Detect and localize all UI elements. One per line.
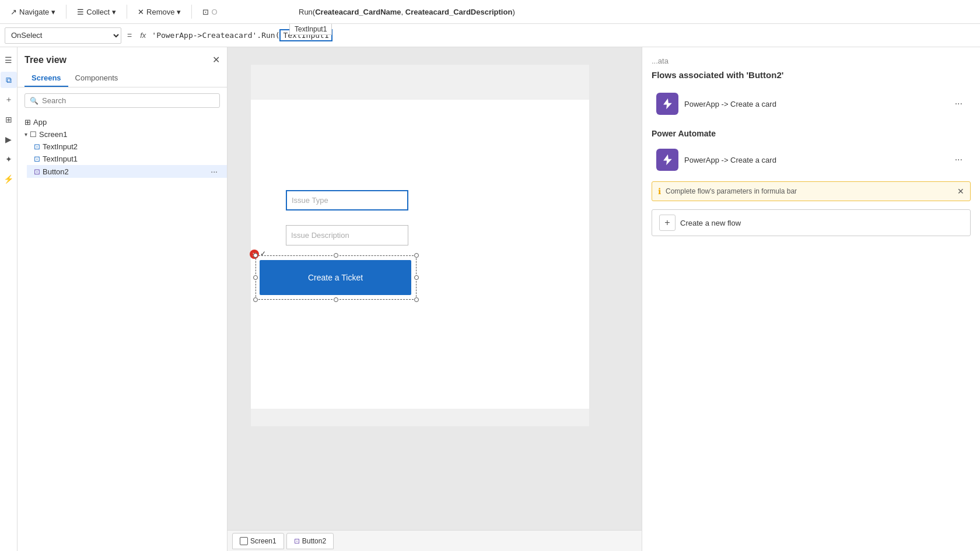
toolbar-extra-icon: ⊡ [202, 8, 209, 16]
power-automate-icon: ⚡ [4, 174, 13, 184]
remove-button[interactable]: ✕ Remove ▾ [132, 2, 187, 21]
canvas-white: Issue Type Issue Description Create a Ti… [251, 100, 589, 409]
screen1-icon: ☐ [30, 130, 37, 139]
button2-more-button[interactable]: ··· [208, 167, 220, 176]
main-layout: ☰ ⧉ ＋ ⊞ ▶ ✦ ⚡ Tree view ✕ Screens Compon… [0, 47, 980, 551]
fn-param-sep: , [401, 8, 405, 16]
navigate-chevron-icon: ▾ [51, 8, 55, 16]
warning-icon: ℹ [658, 187, 661, 196]
screen1-tab-icon [240, 537, 248, 545]
fn-tooltip: Run(Createacard_CardName, Createacard_Ca… [292, 0, 522, 24]
data-icon: ⊞ [5, 115, 12, 124]
tab-screens[interactable]: Screens [24, 70, 68, 87]
create-new-flow-button[interactable]: + Create a new flow [652, 209, 971, 236]
flow2-more-button[interactable]: ··· [951, 153, 966, 166]
textinput2-label: TextInput2 [43, 142, 78, 151]
textinput1-placeholder: Issue Type [292, 196, 328, 205]
tree-search-box[interactable]: 🔍 [24, 93, 220, 108]
flow2-name: PowerApp -> Create a card [684, 156, 946, 164]
textinput1-icon: ⊡ [34, 155, 40, 163]
ai-icon: ✦ [5, 155, 12, 164]
collect-label: Collect [86, 8, 110, 16]
handle-bot-right[interactable] [414, 297, 419, 302]
handle-top-left[interactable] [253, 253, 258, 258]
handle-bot-center[interactable] [334, 297, 338, 302]
flow1-more-button[interactable]: ··· [951, 97, 966, 110]
textinput2-placeholder: Issue Description [291, 231, 349, 240]
media-icon: ▶ [5, 135, 12, 144]
sidebar-layers-icon-btn[interactable]: ⧉ [1, 72, 17, 88]
screen1-label: Screen1 [39, 130, 67, 139]
button2-tab-icon: ⊡ [294, 537, 300, 545]
toolbar: ↗ Navigate ▾ ☰ Collect ▾ ✕ Remove ▾ ⊡ O … [0, 0, 980, 24]
sidebar-pa-icon-btn[interactable]: ⚡ [1, 171, 17, 187]
handle-top-right[interactable] [414, 253, 419, 258]
handle-bot-left[interactable] [253, 297, 258, 302]
navigate-button[interactable]: ↗ Navigate ▾ [5, 2, 61, 21]
collect-icon: ☰ [77, 8, 84, 16]
separator1 [66, 5, 66, 19]
tab-components[interactable]: Components [68, 70, 125, 87]
create-flow-label: Create a new flow [680, 219, 741, 227]
formula-input[interactable]: 'PowerApp->Createacard'.Run(TextInput1 [152, 29, 975, 41]
search-input[interactable] [42, 96, 215, 105]
toolbar-extra-label: O [211, 8, 217, 16]
canvas-tab-button2-label: Button2 [302, 537, 326, 545]
tree-header: Tree view ✕ [18, 47, 227, 70]
flow1-pa-icon [661, 97, 674, 110]
tree-item-screen1[interactable]: ▾ ☐ Screen1 [18, 128, 227, 141]
handle-mid-left[interactable] [253, 275, 258, 280]
canvas-textinput2[interactable]: Issue Description [286, 225, 408, 245]
property-select[interactable]: OnSelect [5, 27, 121, 44]
canvas-area: Issue Type Issue Description Create a Ti… [228, 47, 642, 551]
canvas-textinput1[interactable]: Issue Type [286, 190, 408, 210]
sidebar-data-icon-btn[interactable]: ⊞ [1, 111, 17, 128]
tree-item-button2[interactable]: ⊡ Button2 ··· [27, 165, 227, 178]
fn-tooltip-text: Run(Createacard_CardName, Createacard_Ca… [299, 8, 515, 16]
tree-item-textinput2[interactable]: ⊡ TextInput2 [27, 141, 227, 153]
warning-close-button[interactable]: ✕ [957, 187, 964, 196]
tree-title: Tree view [24, 55, 66, 65]
canvas-tab-button2[interactable]: ⊡ Button2 [286, 533, 334, 549]
textinput1-label: TextInput1 [43, 155, 78, 163]
remove-label: Remove [146, 8, 174, 16]
sidebar-icons: ☰ ⧉ ＋ ⊞ ▶ ✦ ⚡ [0, 47, 18, 551]
app-label: App [33, 118, 47, 127]
flow1-name: PowerApp -> Create a card [684, 100, 946, 108]
search-icon: 🔍 [30, 97, 38, 105]
right-panel: ...ata Flows associated with 'Button2' P… [642, 47, 980, 551]
collect-button[interactable]: ☰ Collect ▾ [71, 2, 122, 21]
fx-icon[interactable]: fx [138, 31, 148, 40]
sidebar-add-icon-btn[interactable]: ＋ [1, 92, 17, 108]
button2-label: Button2 [43, 167, 69, 176]
tree-close-button[interactable]: ✕ [212, 54, 220, 65]
create-flow-plus-icon: + [659, 215, 676, 231]
handle-mid-right[interactable] [414, 275, 419, 280]
screen1-chevron-icon: ▾ [24, 131, 27, 138]
selection-outline [256, 255, 416, 300]
handle-top-center[interactable] [334, 253, 338, 258]
canvas-inner: Issue Type Issue Description Create a Ti… [251, 65, 589, 426]
sidebar-ai-icon-btn[interactable]: ✦ [1, 151, 17, 167]
remove-close-icon: ✕ [138, 8, 144, 16]
toolbar-extra-button[interactable]: ⊡ O [197, 2, 223, 21]
flow-item-1: PowerApp -> Create a card ··· [652, 88, 971, 120]
fn-param1: Createacard_CardName [315, 8, 401, 16]
button2-icon: ⊡ [34, 167, 40, 176]
equals-icon: = [125, 31, 134, 40]
selection-check-icon: ✓ [260, 250, 266, 258]
sidebar-menu-icon-btn[interactable]: ☰ [1, 52, 17, 68]
navigate-icon: ↗ [10, 8, 17, 16]
flow1-icon [656, 93, 678, 115]
add-icon: ＋ [5, 94, 13, 105]
tree-item-app[interactable]: ⊞ App [18, 116, 227, 128]
tree-item-textinput1[interactable]: ⊡ TextInput1 [27, 153, 227, 165]
canvas-tab-screen1[interactable]: Screen1 [232, 533, 284, 549]
selection-handles: ✕ ✓ [256, 255, 416, 300]
tree-body: ⊞ App ▾ ☐ Screen1 ⊡ TextInput2 ⊡ TextInp… [18, 114, 227, 551]
fn-param2: Createacard_CardDescription [405, 8, 513, 16]
canvas-tabs: Screen1 ⊡ Button2 [228, 530, 642, 551]
separator3 [191, 5, 192, 19]
fn-paren-close: ) [512, 8, 514, 16]
sidebar-media-icon-btn[interactable]: ▶ [1, 131, 17, 148]
